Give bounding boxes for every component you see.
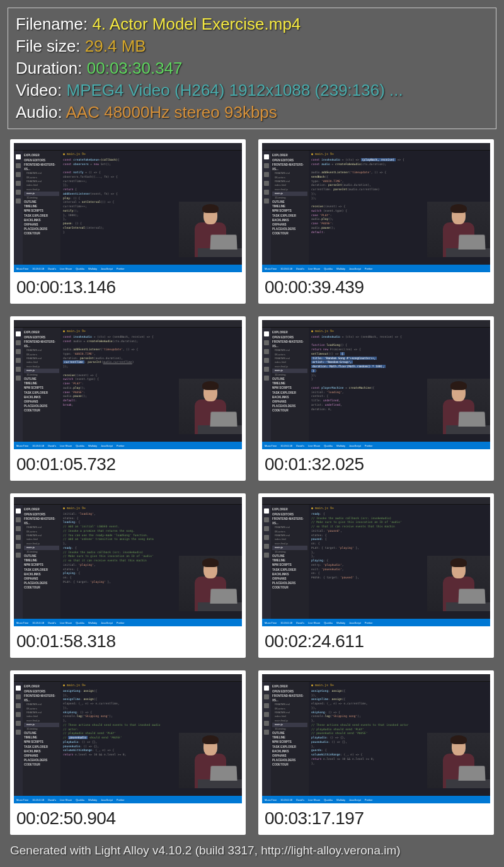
thumbnail-timestamp: 00:02:50.904 bbox=[14, 803, 242, 831]
video-row: Video: MPEG4 Video (H264) 1912x1088 (239… bbox=[16, 79, 488, 101]
filesize-row: File size: 29.4 MB bbox=[16, 35, 488, 57]
thumbnail-image: EXPLORER OPEN EDITORS FRONTEND-MASTERS-X… bbox=[262, 674, 490, 803]
thumbnail-card[interactable]: EXPLORER OPEN EDITORS FRONTEND-MASTERS-X… bbox=[258, 139, 494, 304]
duration-row: Duration: 00:03:30.347 bbox=[16, 57, 488, 79]
thumbnail-card[interactable]: EXPLORER OPEN EDITORS FRONTEND-MASTERS-X… bbox=[10, 316, 246, 481]
thumbnail-timestamp: 00:03:17.197 bbox=[262, 803, 490, 831]
thumbnail-timestamp: 00:01:32.025 bbox=[262, 449, 490, 477]
filesize-label: File size: bbox=[16, 37, 85, 55]
thumbnail-image: EXPLORER OPEN EDITORS FRONTEND-MASTERS-X… bbox=[262, 143, 490, 272]
video-label: Video: bbox=[16, 81, 66, 100]
thumbnail-image: EXPLORER OPEN EDITORS FRONTEND-MASTERS-X… bbox=[14, 320, 242, 449]
duration-value: 00:03:30.347 bbox=[87, 59, 183, 78]
audio-row: Audio: AAC 48000Hz stereo 93kbps bbox=[16, 101, 488, 123]
filename-value: 4. Actor Model Exercise.mp4 bbox=[92, 14, 301, 33]
thumbnail-timestamp: 00:01:58.318 bbox=[14, 626, 242, 654]
duration-label: Duration: bbox=[16, 59, 87, 78]
thumbnails-grid: EXPLORER OPEN EDITORS FRONTEND-MASTERS-X… bbox=[8, 139, 496, 835]
thumbnail-card[interactable]: EXPLORER OPEN EDITORS FRONTEND-MASTERS-X… bbox=[10, 670, 246, 835]
filesize-value: 29.4 MB bbox=[85, 37, 146, 55]
filename-row: Filename: 4. Actor Model Exercise.mp4 bbox=[16, 13, 488, 35]
thumbnail-card[interactable]: EXPLORER OPEN EDITORS FRONTEND-MASTERS-X… bbox=[258, 670, 494, 835]
thumbnail-card[interactable]: EXPLORER OPEN EDITORS FRONTEND-MASTERS-X… bbox=[10, 493, 246, 658]
thumbnail-image: EXPLORER OPEN EDITORS FRONTEND-MASTERS-X… bbox=[14, 143, 242, 272]
thumbnail-image: EXPLORER OPEN EDITORS FRONTEND-MASTERS-X… bbox=[262, 497, 490, 626]
file-info-panel: Filename: 4. Actor Model Exercise.mp4 Fi… bbox=[8, 8, 496, 129]
footer-text: Generated with Light Alloy v4.10.2 (buil… bbox=[8, 844, 496, 858]
thumbnail-timestamp: 00:00:39.439 bbox=[262, 272, 490, 300]
thumbnail-image: EXPLORER OPEN EDITORS FRONTEND-MASTERS-X… bbox=[14, 674, 242, 803]
thumbnail-image: EXPLORER OPEN EDITORS FRONTEND-MASTERS-X… bbox=[262, 320, 490, 449]
video-value: MPEG4 Video (H264) 1912x1088 (239:136) .… bbox=[66, 81, 403, 100]
thumbnail-card[interactable]: EXPLORER OPEN EDITORS FRONTEND-MASTERS-X… bbox=[258, 493, 494, 658]
thumbnail-card[interactable]: EXPLORER OPEN EDITORS FRONTEND-MASTERS-X… bbox=[258, 316, 494, 481]
thumbnail-timestamp: 00:02:24.611 bbox=[262, 626, 490, 654]
thumbnail-card[interactable]: EXPLORER OPEN EDITORS FRONTEND-MASTERS-X… bbox=[10, 139, 246, 304]
thumbnail-image: EXPLORER OPEN EDITORS FRONTEND-MASTERS-X… bbox=[14, 497, 242, 626]
thumbnail-timestamp: 00:01:05.732 bbox=[14, 449, 242, 477]
filename-label: Filename: bbox=[16, 14, 92, 33]
audio-value: AAC 48000Hz stereo 93kbps bbox=[66, 103, 277, 122]
thumbnail-timestamp: 00:00:13.146 bbox=[14, 272, 242, 300]
audio-label: Audio: bbox=[16, 103, 66, 122]
